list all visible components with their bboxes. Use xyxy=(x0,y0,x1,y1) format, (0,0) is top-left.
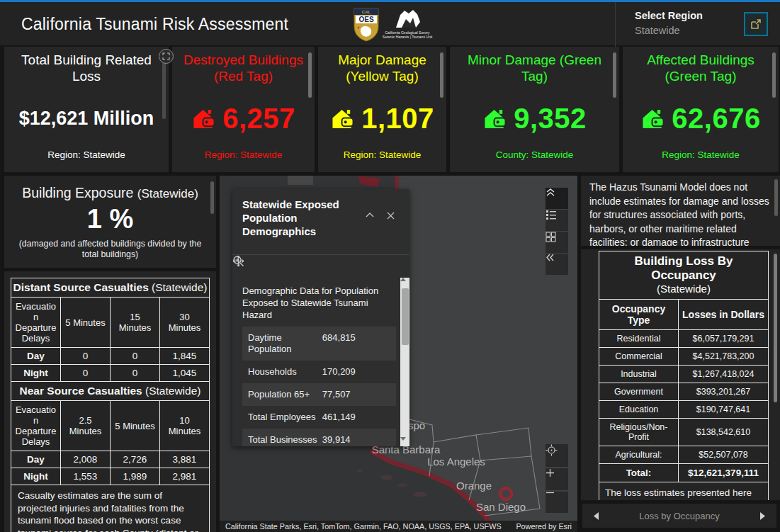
demographic-row: Households170,209 xyxy=(242,361,396,383)
double-chevron-up-icon xyxy=(546,188,555,197)
scroll-down-icon[interactable] xyxy=(400,437,409,446)
exposure-caption: (damaged and affected buildings divided … xyxy=(4,239,216,260)
panel-carousel: Loss by Occupancy xyxy=(582,504,776,528)
map-popup: Statewide Exposed Population Demographic… xyxy=(232,189,409,446)
region-selector: Select Region Statewide xyxy=(615,2,780,47)
table-row: Education$190,747,641 xyxy=(599,401,768,419)
carousel-label: Loss by Occupancy xyxy=(639,511,719,521)
building-loss-panel: Building Loss By Occupancy (Statewide) O… xyxy=(581,249,780,500)
scrollbar-thumb[interactable] xyxy=(308,52,312,98)
near-casualties-table: Near Source Casualties (Statewide) Evacu… xyxy=(11,381,210,485)
demographic-row: Daytime Population684,815 xyxy=(242,327,396,361)
locate-button[interactable] xyxy=(546,444,568,467)
table-title: Building Loss By Occupancy (Statewide) xyxy=(599,251,768,300)
chevron-up-icon xyxy=(366,212,374,217)
scrollbar-thumb[interactable] xyxy=(772,52,776,98)
attribution-text: California State Parks, Esri, TomTom, Ga… xyxy=(225,522,502,531)
scroll-up-icon[interactable] xyxy=(400,278,409,287)
basemap-grid-icon xyxy=(546,232,556,242)
close-icon xyxy=(387,212,395,220)
demographic-row: Total Businesses39,914 xyxy=(242,429,396,446)
casualties-panel: Distant Source Casualties (Statewide) Ev… xyxy=(4,271,216,532)
scrollbar-thumb[interactable] xyxy=(774,254,777,402)
column-header: 5 Minutes xyxy=(111,401,160,451)
table-row: Commercial$4,521,783,200 xyxy=(599,348,768,366)
distant-casualties-table: Distant Source Casualties (Statewide) Ev… xyxy=(11,278,210,382)
scrollbar-thumb[interactable] xyxy=(774,179,778,216)
carousel-next-button[interactable] xyxy=(758,511,768,521)
card-title: Total Building Related Loss xyxy=(14,52,159,84)
table-row: Day 2,008 2,726 3,881 xyxy=(11,451,210,468)
column-header: 2.5 Minutes xyxy=(61,401,111,451)
card-minor-damage: Minor Damage (Green Tag) Damage 5% - 30%… xyxy=(450,47,619,172)
column-header: 15 Minutes xyxy=(111,298,160,348)
table-row: Night 1,553 1,989 2,981 xyxy=(11,468,210,485)
expand-icon xyxy=(162,52,170,60)
card-footer: Region: Statewide xyxy=(4,149,169,172)
table-row: Government$393,201,267 xyxy=(599,383,768,401)
pan-to-icon[interactable] xyxy=(232,255,244,267)
column-header: 10 Minutes xyxy=(160,401,210,451)
basemap-gallery-button[interactable] xyxy=(546,232,568,253)
scrollbar-thumb[interactable] xyxy=(402,288,409,345)
column-header: 5 Minutes xyxy=(61,298,111,348)
scrollbar-thumb[interactable] xyxy=(210,181,214,214)
building-loss-table: Building Loss By Occupancy (Statewide) O… xyxy=(599,251,769,500)
table-title: Near Source Casualties (Statewide) xyxy=(11,382,210,401)
map[interactable]: spo Santa Barbara Los Angeles Orange San… xyxy=(220,176,577,532)
demographic-row: Total Employees461,149 xyxy=(242,406,396,429)
scrollbar-thumb[interactable] xyxy=(613,52,616,98)
house-tag-icon xyxy=(482,108,508,130)
cgs-logo: California Geological Survey Seismic Haz… xyxy=(387,8,428,42)
card-value: $12,621 Million xyxy=(19,108,154,130)
zoom-in-button[interactable] xyxy=(546,468,568,490)
card-value: 9,352 xyxy=(514,103,587,135)
card-value: 6,257 xyxy=(222,103,295,135)
hazus-note-text: The Hazus Tsunami Model does not include… xyxy=(589,181,771,246)
cal-oes-logo: CAL OES xyxy=(353,8,380,42)
locate-icon xyxy=(546,444,558,456)
exposure-value: 1 % xyxy=(4,204,216,234)
header: California Tsunami Risk Assessment CAL O… xyxy=(0,0,780,45)
select-region-value[interactable]: Statewide xyxy=(635,25,680,36)
table-row: Day 0 0 1,845 xyxy=(11,348,210,365)
map-attribution: California State Parks, Esri, TomTom, Ga… xyxy=(220,521,577,532)
card-affected-buildings: Affected Buildings (Green Tag) Damage le… xyxy=(623,47,779,172)
popup-scrollbar[interactable] xyxy=(400,278,409,446)
card-footer: Region: Statewide xyxy=(623,149,779,172)
collapse-sidebar-button[interactable] xyxy=(546,254,568,275)
logo-group: CAL OES California Geological Survey Sei… xyxy=(353,8,428,42)
loss-note-text: The loss estimates presented here includ… xyxy=(599,482,768,500)
exposure-title: Building Exposure (Statewide) xyxy=(4,185,216,201)
building-exposure-panel: Building Exposure (Statewide) 1 % (damag… xyxy=(4,176,216,268)
card-title: Minor Damage (Green Tag) xyxy=(460,52,609,84)
map-label-los-angeles: Los Angeles xyxy=(427,455,485,468)
scrollbar-thumb[interactable] xyxy=(440,52,443,98)
popup-close-button[interactable] xyxy=(387,212,400,225)
map-label-san-luis-obispo: spo xyxy=(408,419,425,431)
card-footer: Region: Statewide xyxy=(172,149,315,172)
house-tag-icon xyxy=(640,108,666,130)
carousel-prev-button[interactable] xyxy=(591,511,601,521)
zoom-out-button[interactable] xyxy=(546,491,568,513)
double-chevron-left-icon xyxy=(546,254,555,261)
table-header-row: Occupancy Type Losses in Dollars xyxy=(599,300,768,330)
plus-icon xyxy=(546,468,555,477)
legend-icon xyxy=(546,210,557,220)
svg-text:CAL: CAL xyxy=(362,10,371,14)
table-title: Distant Source Casualties (Statewide) xyxy=(11,278,210,298)
expand-card-button[interactable] xyxy=(159,49,174,64)
table-row: Residential$6,057,179,291 xyxy=(599,330,768,348)
minus-icon xyxy=(546,492,555,494)
map-label-orange: Orange xyxy=(456,480,492,492)
popup-collapse-button[interactable] xyxy=(366,212,378,225)
open-region-selector-button[interactable] xyxy=(744,12,768,36)
table-total-row: Total:$12,621,379,111 xyxy=(599,464,768,482)
collapse-panel-button[interactable] xyxy=(546,188,568,209)
triangle-left-icon xyxy=(594,512,599,520)
card-title: Affected Buildings (Green Tag) xyxy=(633,52,769,84)
card-total-loss: Total Building Related Loss $12,621 Mill… xyxy=(4,47,169,172)
cgs-bear-icon xyxy=(392,8,423,30)
legend-button[interactable] xyxy=(546,210,568,231)
table-row: Agricultural:$52,507,078 xyxy=(599,446,768,464)
